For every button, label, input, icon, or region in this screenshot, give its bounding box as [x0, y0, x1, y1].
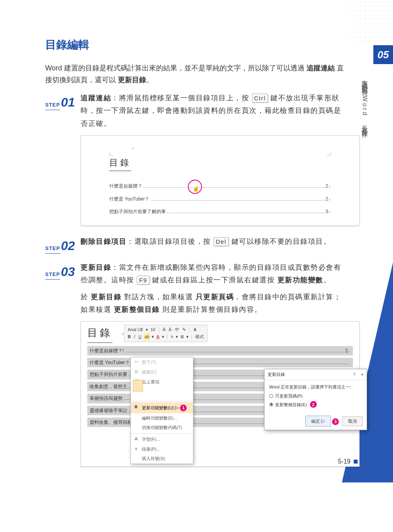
- styles-icon[interactable]: A: [193, 326, 197, 333]
- paragraph-mark-icon: ↲: [328, 184, 331, 190]
- dialog-titlebar[interactable]: 更新目錄 ? ×: [264, 369, 367, 380]
- crop-mark-icon: [327, 151, 331, 155]
- close-icon[interactable]: ×: [361, 371, 364, 378]
- paragraph-mark-icon: ↲: [121, 330, 124, 337]
- radio-update-entire[interactable]: 更新整個目錄(E)2: [269, 401, 362, 409]
- key-del: Del: [213, 237, 229, 246]
- toc-entry[interactable]: 想點子與拍片前要了解的事3↲: [109, 208, 331, 215]
- step-label: STEP 01: [45, 92, 81, 113]
- toc-entry-label: 什麼是自媒體？: [109, 182, 142, 190]
- leader-dots: [125, 349, 343, 352]
- ctx-toggle-field-code[interactable]: 切換功能變數代碼(T): [131, 423, 193, 433]
- ok-button[interactable]: 確定 ▷: [305, 416, 331, 427]
- help-icon[interactable]: ?: [353, 371, 355, 378]
- intro-bold-1: 追蹤連結: [307, 64, 335, 72]
- side-chapter-title: 主題式研究報告 / Word 長文件製作: [360, 75, 370, 128]
- toc-row-label: 什麼是 YouTuber？: [90, 359, 130, 366]
- dropdown-icon[interactable]: ▾: [186, 333, 189, 341]
- toc-entry-label: 想點子與拍片前要了解的事: [109, 208, 166, 215]
- toc-row-label: 收集創意，發想主: [90, 383, 127, 390]
- step-title: 刪除目錄項目: [81, 237, 127, 245]
- copy-icon: ⧉: [133, 368, 139, 376]
- italic-button[interactable]: I: [133, 333, 136, 341]
- ctx-insert-symbol[interactable]: 插入符號(S): [131, 454, 193, 464]
- toc-row-label: 什麼是自媒體？!: [90, 347, 124, 355]
- paragraph-icon: ≡: [133, 445, 139, 453]
- cancel-button[interactable]: 取消: [342, 416, 363, 426]
- underline-button[interactable]: U: [138, 333, 142, 341]
- radio-label: 只更新頁碼(P): [275, 392, 303, 400]
- update-toc-dialog: 更新目錄 ? × Word 正在更新目錄，請選擇下列選項之一: 只更新頁碼(P)…: [264, 369, 367, 430]
- toc-entry[interactable]: 什麼是自媒體？2↲: [109, 182, 331, 190]
- ctx-paragraph[interactable]: ≡段落(P)...: [131, 444, 193, 454]
- step-03: STEP 03 更新目錄：當文件在新增或刪除某些內容時，顯示的目錄項目或頁數勢必…: [45, 261, 346, 316]
- paste-option-icon[interactable]: [133, 380, 143, 392]
- ctx-copy[interactable]: ⧉複製(C): [131, 367, 193, 377]
- dropdown-icon[interactable]: ▾: [146, 326, 148, 333]
- numbering-button[interactable]: ≣: [180, 333, 185, 341]
- dialog-title-text: 更新目錄: [268, 371, 353, 378]
- bold-button[interactable]: B: [127, 333, 132, 341]
- callout-badge-3: 3: [332, 418, 339, 425]
- toc-row-label: 資料收集、搜尋與勘查: [90, 418, 137, 426]
- highlight-button[interactable]: ab: [144, 333, 150, 341]
- toc-row[interactable]: 什麼是自媒體？!2↲: [87, 346, 353, 355]
- step-text: 於: [81, 293, 91, 301]
- paragraph-mark-icon: ↲: [328, 197, 331, 202]
- radio-update-page-only[interactable]: 只更新頁碼(P): [269, 392, 362, 400]
- pointer-icon: ▷: [321, 418, 325, 424]
- dropdown-icon[interactable]: ▾: [162, 333, 164, 341]
- intro-paragraph: Word 建置的目錄是程式碼計算出來的結果，並不是單純的文字，所以除了可以透過 …: [45, 62, 346, 86]
- key-f9: F9: [137, 276, 150, 285]
- toc-row-label: 掌握快訊與趨勢: [90, 394, 123, 402]
- step-text: 鍵可以移除不要的目錄項目。: [229, 237, 331, 245]
- toc-entry-page: 3: [325, 208, 328, 215]
- toc-row[interactable]: 什麼是 YouTuber？: [87, 358, 353, 367]
- font-icon: A: [133, 435, 139, 443]
- toc-row-page: 2: [345, 347, 348, 355]
- step-text: ：選取該目錄項目後，按: [127, 237, 213, 245]
- dropdown-icon[interactable]: ▾: [152, 333, 154, 341]
- ctx-cut[interactable]: ✂剪下(T): [131, 357, 193, 367]
- figure-toc-hover: 目錄↲ 什麼是自媒體？2↲ 什麼是 YouTuber？2↲ 想點子與拍片前要了解…: [81, 135, 360, 226]
- step-text: 則是重新計算整個目錄內容。: [160, 306, 262, 313]
- step-label: STEP 02: [45, 235, 81, 256]
- font-name-dropdown[interactable]: Arial (本: [127, 326, 144, 333]
- pointer-icon: ▷: [175, 405, 179, 411]
- decorative-dots: [350, 0, 393, 45]
- step-text: 鍵或在目錄區上按一下滑鼠右鍵選按: [150, 276, 277, 284]
- ctx-edit-field[interactable]: 編輯功能變數(E)...: [131, 413, 193, 423]
- step-01: STEP 01 追蹤連結：將滑鼠指標移至某一個目錄項目上，按 Ctrl 鍵不放出…: [45, 92, 346, 130]
- dialog-prompt: Word 正在更新目錄，請選擇下列選項之一:: [269, 383, 362, 391]
- phonetic-guide-icon[interactable]: 中: [174, 326, 180, 333]
- shrink-font-icon[interactable]: Ǎ: [168, 326, 173, 333]
- callout-badge-2: 2: [310, 401, 317, 408]
- styles-label[interactable]: 樣式: [195, 333, 205, 341]
- page-number: 5-19: [338, 456, 358, 467]
- font-color-button[interactable]: A: [156, 333, 160, 341]
- step-number: 02: [61, 235, 75, 256]
- key-ctrl: Ctrl: [252, 94, 268, 103]
- bullets-button[interactable]: ≡: [170, 333, 174, 341]
- intro-bold-2: 更新目錄: [118, 76, 146, 84]
- toc-entry[interactable]: 什麼是 YouTuber？2↲: [109, 195, 331, 203]
- chapter-tab: 05: [373, 45, 393, 64]
- step-number: 03: [61, 261, 75, 282]
- scissors-icon: ✂: [133, 358, 139, 366]
- leader-dots: [143, 184, 324, 188]
- ctx-update-field[interactable]: 🗎更新功能變數(U) ▷1: [131, 402, 193, 413]
- font-size-dropdown[interactable]: 10: [150, 326, 156, 333]
- ctx-font[interactable]: A字型(F)...: [131, 434, 193, 444]
- toc-entry-page: 2: [325, 195, 328, 203]
- format-painter-icon[interactable]: ✎: [182, 326, 187, 333]
- leader-dots: [151, 197, 325, 201]
- step-text: ：將滑鼠指標移至某一個目錄項目上，按: [111, 94, 252, 102]
- grow-font-icon[interactable]: Â: [162, 326, 166, 333]
- mini-toolbar[interactable]: Arial (本▾ 10 Â Ǎ 中 ✎ A B I U ab▾ A▾: [124, 325, 208, 342]
- step-title: 追蹤連結: [81, 94, 111, 102]
- toc-heading: 目錄: [109, 155, 131, 171]
- figure-context-menu: 目錄↲ Arial (本▾ 10 Â Ǎ 中 ✎ A B I U: [81, 321, 360, 467]
- step-body: 刪除目錄項目：選取該目錄項目後，按 Del 鍵可以移除不要的目錄項目。: [81, 235, 346, 248]
- dropdown-icon[interactable]: ▾: [176, 333, 178, 341]
- step-word: STEP: [45, 244, 60, 254]
